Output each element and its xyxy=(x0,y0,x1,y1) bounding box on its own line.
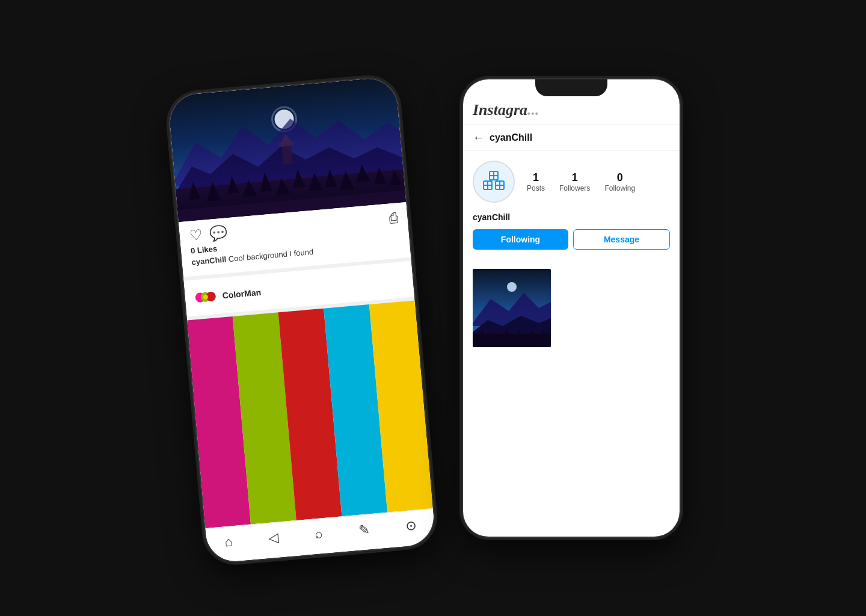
posts-count: 1 xyxy=(533,171,539,184)
following-count: 0 xyxy=(617,171,623,184)
post-image xyxy=(167,76,406,222)
profile-grid xyxy=(463,259,680,357)
profile-info: 1 Posts 1 Followers 0 Following xyxy=(463,151,680,212)
caption-username: cyanChill xyxy=(191,255,227,267)
like-button[interactable]: ♡ xyxy=(189,227,203,243)
profile-header-name: cyanChill xyxy=(490,132,532,143)
profile-post-thumbnail[interactable] xyxy=(473,269,551,347)
followers-count: 1 xyxy=(572,171,578,184)
instagram-logo: Instagra... xyxy=(473,101,670,119)
colorman-name: ColorMan xyxy=(222,288,262,301)
profile-nav-button[interactable]: ⊙ xyxy=(405,518,417,534)
profile-buttons: Following Message xyxy=(463,229,680,259)
color-strips xyxy=(187,300,433,528)
following-stat: 0 Following xyxy=(604,171,635,192)
search-nav-button[interactable]: ⌕ xyxy=(314,526,323,542)
svg-point-46 xyxy=(507,282,517,292)
posts-stat: 1 Posts xyxy=(527,171,545,192)
posts-label: Posts xyxy=(527,184,545,192)
following-label: Following xyxy=(604,184,635,192)
right-phone: Instagra... ← cyanChill xyxy=(463,79,680,537)
action-icons-left: ♡ 💬 xyxy=(189,225,229,242)
share-button[interactable]: ⎙ xyxy=(388,210,398,225)
compose-nav-button[interactable]: ✎ xyxy=(358,522,370,538)
following-button[interactable]: Following xyxy=(473,229,568,250)
profile-header-bar: ← cyanChill xyxy=(463,125,680,151)
followers-label: Followers xyxy=(559,184,590,192)
comment-button[interactable]: 💬 xyxy=(209,225,229,241)
back-button[interactable]: ← xyxy=(473,131,485,144)
message-button[interactable]: Message xyxy=(573,229,670,250)
profile-username: cyanChill xyxy=(463,212,680,229)
explore-nav-button[interactable]: ◁ xyxy=(268,530,280,546)
followers-stat: 1 Followers xyxy=(559,171,590,192)
profile-avatar xyxy=(473,161,515,203)
left-screen: ♡ 💬 ⎙ 0 Likes cyanChill Cool background … xyxy=(167,76,436,564)
phone-notch xyxy=(535,79,607,96)
left-phone: ♡ 💬 ⎙ 0 Likes cyanChill Cool background … xyxy=(167,76,436,564)
right-screen: Instagra... ← cyanChill xyxy=(463,79,680,537)
home-nav-button[interactable]: ⌂ xyxy=(224,534,233,550)
profile-stats: 1 Posts 1 Followers 0 Following xyxy=(527,171,635,192)
colorman-avatar xyxy=(194,285,217,309)
